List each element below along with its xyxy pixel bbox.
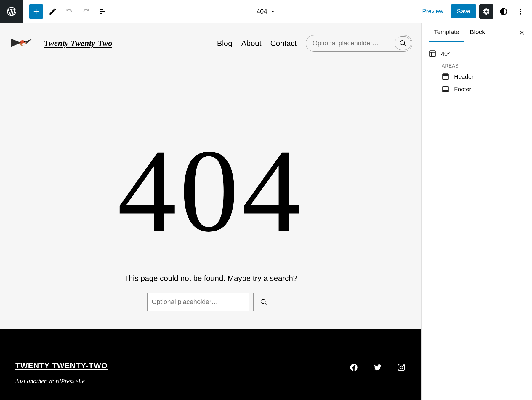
social-instagram[interactable] (397, 363, 406, 373)
header-search-button[interactable] (395, 36, 411, 50)
search-icon (400, 40, 406, 47)
area-header-label: Header (454, 73, 474, 80)
header-icon (442, 73, 449, 81)
template-row[interactable]: 404 (429, 48, 525, 59)
site-title[interactable]: Twenty Twenty-Two (44, 39, 112, 48)
tab-template[interactable]: Template (429, 23, 464, 42)
editor-body: Twenty Twenty-Two Blog About Contact 404… (0, 23, 532, 400)
footer-icon (442, 85, 449, 93)
preview-button[interactable]: Preview (417, 5, 448, 18)
settings-button[interactable] (479, 4, 493, 19)
template-name: 404 (441, 50, 451, 57)
layout-icon (429, 50, 436, 57)
svg-rect-12 (443, 74, 448, 76)
facebook-icon (350, 363, 358, 372)
topbar-right: Preview Save (417, 4, 532, 19)
settings-sidebar: Template Block 404 AREAS Header Footer (421, 23, 532, 400)
styles-button[interactable] (496, 4, 511, 19)
svg-point-1 (520, 11, 521, 12)
header-search (306, 35, 412, 52)
area-footer[interactable]: Footer (429, 83, 525, 95)
svg-rect-14 (443, 90, 448, 92)
main-search-input[interactable] (147, 293, 249, 311)
list-icon (98, 7, 107, 16)
main-search (0, 293, 421, 311)
chevron-down-icon (270, 9, 275, 15)
social-twitter[interactable] (373, 363, 382, 373)
footer-tagline: Just another WordPress site (15, 377, 108, 385)
tab-block[interactable]: Block (464, 23, 490, 42)
social-facebook[interactable] (350, 363, 358, 373)
gear-icon (483, 8, 490, 15)
document-title[interactable]: 404 (257, 8, 276, 15)
more-menu-button[interactable] (514, 4, 528, 19)
site-logo[interactable] (8, 36, 33, 51)
svg-point-0 (520, 9, 521, 10)
sidebar-body: 404 AREAS Header Footer (422, 42, 532, 101)
primary-nav: Blog About Contact (217, 35, 412, 52)
svg-point-9 (403, 365, 404, 366)
list-view-button[interactable] (95, 4, 110, 19)
instagram-icon (397, 363, 406, 372)
tools-button[interactable] (46, 4, 60, 19)
wordpress-logo[interactable] (0, 0, 23, 23)
error-message: This page could not be found. Maybe try … (0, 274, 421, 283)
pencil-icon (49, 7, 57, 16)
social-links (350, 363, 406, 373)
svg-point-6 (24, 41, 25, 42)
area-header[interactable]: Header (429, 71, 525, 83)
header-search-input[interactable] (313, 39, 395, 47)
svg-point-8 (400, 366, 403, 369)
svg-point-2 (520, 13, 521, 14)
footer-brand: TWENTY TWENTY-TWO Just another WordPress… (15, 361, 108, 385)
nav-link-contact[interactable]: Contact (270, 39, 297, 48)
undo-button[interactable] (62, 4, 76, 19)
template-header: Twenty Twenty-Two Blog About Contact (0, 23, 421, 63)
svg-rect-10 (430, 51, 435, 57)
document-title-text: 404 (257, 8, 267, 15)
close-icon (518, 29, 525, 36)
search-icon (260, 299, 267, 305)
template-footer: TWENTY TWENTY-TWO Just another WordPress… (0, 329, 421, 400)
nav-link-about[interactable]: About (241, 39, 261, 48)
dots-vertical-icon (517, 8, 525, 15)
svg-point-5 (22, 43, 25, 46)
area-footer-label: Footer (454, 86, 471, 93)
wordpress-icon (6, 6, 17, 17)
block-inserter[interactable] (29, 4, 43, 19)
sidebar-tabs: Template Block (422, 23, 532, 42)
redo-button[interactable] (79, 4, 93, 19)
twitter-icon (373, 363, 382, 372)
undo-icon (65, 7, 73, 16)
main-search-button[interactable] (253, 293, 274, 311)
bird-icon (8, 36, 33, 51)
areas-label: AREAS (442, 63, 525, 69)
editor-topbar: 404 Preview Save (0, 0, 532, 23)
close-sidebar-button[interactable] (515, 25, 529, 40)
save-button[interactable]: Save (451, 4, 476, 18)
contrast-icon (499, 7, 508, 16)
redo-icon (82, 7, 90, 16)
site-brand: Twenty Twenty-Two (8, 36, 112, 51)
footer-title[interactable]: TWENTY TWENTY-TWO (15, 361, 108, 370)
editor-canvas[interactable]: Twenty Twenty-Two Blog About Contact 404… (0, 23, 421, 400)
error-code: 404 (0, 132, 421, 250)
nav-link-blog[interactable]: Blog (217, 39, 232, 48)
plus-icon (32, 7, 40, 16)
